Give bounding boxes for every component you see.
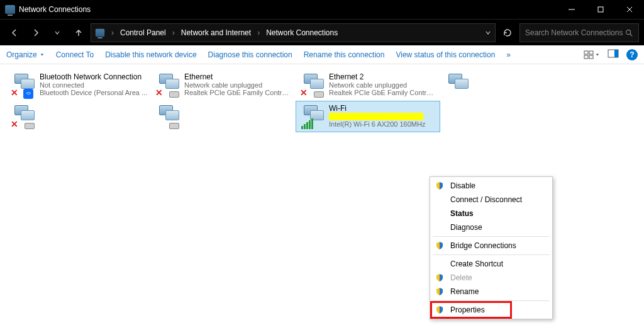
content-area: ✕ ⌔ Bluetooth Network Connection Not con… xyxy=(0,64,644,325)
nav-bar: › Control Panel › Network and Internet ›… xyxy=(0,19,644,45)
command-bar: Organize Connect To Disable this network… xyxy=(0,45,644,64)
ctx-separator xyxy=(433,254,550,255)
search-box[interactable]: Search Network Connections xyxy=(519,23,639,42)
connection-icon: ✕ xyxy=(154,72,180,99)
ctx-rename[interactable]: Rename xyxy=(431,285,551,299)
view-options-button[interactable] xyxy=(584,50,600,59)
error-icon: ✕ xyxy=(155,88,163,98)
connection-status: Network cable unplugged xyxy=(184,81,292,89)
connection-status: Not connected xyxy=(40,81,148,89)
connection-icon: ✕ xyxy=(9,104,36,130)
redacted-label xyxy=(329,113,423,120)
organize-menu[interactable]: Organize xyxy=(6,50,45,59)
svg-rect-1 xyxy=(598,7,603,12)
wifi-signal-icon xyxy=(301,118,313,129)
minimize-button[interactable] xyxy=(557,0,586,19)
refresh-button[interactable] xyxy=(498,23,517,42)
svg-point-4 xyxy=(626,30,631,34)
up-button[interactable] xyxy=(69,23,88,42)
ctx-diagnose[interactable]: Diagnose xyxy=(431,220,551,234)
connection-status: Network cable unplugged xyxy=(329,81,437,89)
back-button[interactable] xyxy=(5,23,24,42)
shield-icon xyxy=(435,305,444,314)
recent-locations-button[interactable] xyxy=(48,23,67,42)
svg-rect-7 xyxy=(589,51,593,54)
ctx-create-shortcut[interactable]: Create Shortcut xyxy=(431,257,551,271)
ctx-properties[interactable]: Properties xyxy=(431,303,551,317)
maximize-button[interactable] xyxy=(586,0,615,19)
connection-icon: ✕ ⌔ xyxy=(9,72,36,99)
connection-item-redacted-1[interactable] xyxy=(440,69,585,101)
error-icon: ✕ xyxy=(300,88,308,98)
window-controls xyxy=(557,0,644,19)
title-bar-left: Network Connections xyxy=(5,5,91,14)
connection-icon xyxy=(299,104,325,130)
breadcrumb-item[interactable]: Network and Internet xyxy=(181,28,251,37)
connection-device: Bluetooth Device (Personal Area ... xyxy=(40,89,148,96)
connection-device: Realtek PCIe GbE Family Controlle... xyxy=(329,89,437,96)
forward-button[interactable] xyxy=(26,23,45,42)
ethernet-plug-icon xyxy=(169,91,179,98)
disable-device-button[interactable]: Disable this network device xyxy=(105,50,196,59)
breadcrumb-sep: › xyxy=(255,28,262,37)
context-menu: Disable Connect / Disconnect Status Diag… xyxy=(430,176,553,319)
connection-item-wifi[interactable]: Wi-Fi Intel(R) Wi-Fi 6 AX200 160MHz xyxy=(296,101,440,132)
ctx-separator xyxy=(433,300,550,301)
ctx-bridge-connections[interactable]: Bridge Connections xyxy=(431,239,551,253)
shield-icon xyxy=(435,241,444,250)
search-icon xyxy=(625,28,633,37)
close-button[interactable] xyxy=(615,0,644,19)
view-status-button[interactable]: View status of this connection xyxy=(396,50,495,59)
connection-item-bluetooth[interactable]: ✕ ⌔ Bluetooth Network Connection Not con… xyxy=(6,69,151,101)
search-placeholder: Search Network Connections xyxy=(525,28,623,37)
breadcrumb-sep: › xyxy=(109,28,116,37)
ethernet-plug-icon xyxy=(25,123,35,129)
connection-item-redacted-2[interactable]: ✕ xyxy=(6,101,151,132)
connection-name: Bluetooth Network Connection xyxy=(40,72,148,81)
connection-item-ethernet[interactable]: ✕ Ethernet Network cable unplugged Realt… xyxy=(151,69,296,101)
location-icon xyxy=(96,28,104,37)
svg-rect-6 xyxy=(584,51,588,54)
connection-name: Ethernet 2 xyxy=(329,72,437,81)
shield-icon xyxy=(435,287,444,296)
address-bar[interactable]: › Control Panel › Network and Internet ›… xyxy=(91,23,496,42)
error-icon: ✕ xyxy=(11,119,18,129)
breadcrumb-item[interactable]: Control Panel xyxy=(120,28,166,37)
overflow-button[interactable]: » xyxy=(506,50,511,59)
preview-pane-button[interactable] xyxy=(608,49,619,60)
ctx-separator xyxy=(433,236,550,237)
connection-name: Wi-Fi xyxy=(329,104,437,113)
connection-icon xyxy=(443,72,470,99)
error-icon: ✕ xyxy=(11,88,18,98)
window-title: Network Connections xyxy=(19,5,91,14)
breadcrumb-item[interactable]: Network Connections xyxy=(266,28,338,37)
svg-rect-11 xyxy=(614,50,618,57)
svg-rect-9 xyxy=(589,55,593,59)
ethernet-plug-icon xyxy=(169,123,179,129)
breadcrumb-sep: › xyxy=(170,28,177,37)
rename-button[interactable]: Rename this connection xyxy=(304,50,385,59)
connection-device: Realtek PCIe GbE Family Controller xyxy=(184,89,292,96)
shield-icon xyxy=(435,181,444,190)
connect-to-button[interactable]: Connect To xyxy=(56,50,94,59)
connection-item-redacted-3[interactable] xyxy=(151,101,296,132)
diagnose-button[interactable]: Diagnose this connection xyxy=(208,50,292,59)
title-bar: Network Connections xyxy=(0,0,644,19)
app-icon xyxy=(5,5,15,14)
ctx-status[interactable]: Status xyxy=(431,207,551,220)
connection-icon xyxy=(154,104,180,130)
ctx-delete: Delete xyxy=(431,271,551,285)
connection-name: Ethernet xyxy=(184,72,292,81)
chevron-down-icon[interactable] xyxy=(485,30,491,36)
bluetooth-badge-icon: ⌔ xyxy=(23,89,33,99)
connection-icon: ✕ xyxy=(299,72,325,99)
shield-icon xyxy=(435,273,444,282)
connection-device: Intel(R) Wi-Fi 6 AX200 160MHz xyxy=(329,120,437,128)
connection-item-ethernet-2[interactable]: ✕ Ethernet 2 Network cable unplugged Rea… xyxy=(296,69,440,101)
ctx-disable[interactable]: Disable xyxy=(431,179,551,193)
svg-line-5 xyxy=(630,33,633,36)
help-button[interactable]: ? xyxy=(626,49,638,60)
ethernet-plug-icon xyxy=(314,91,324,98)
svg-rect-8 xyxy=(584,55,588,59)
ctx-connect-disconnect[interactable]: Connect / Disconnect xyxy=(431,193,551,207)
